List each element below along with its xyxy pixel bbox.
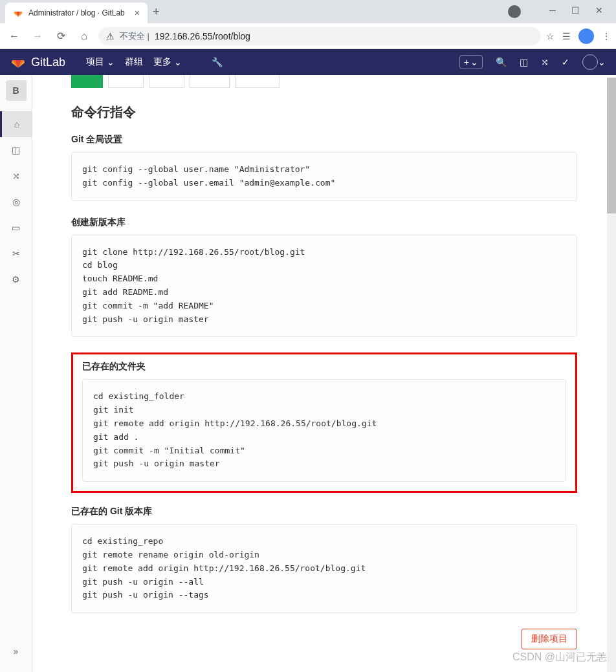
browser-chrome: Administrator / blog · GitLab × + ─ ☐ ✕ … bbox=[0, 0, 616, 49]
existing-repo-code: cd existing_repo git remote rename origi… bbox=[71, 524, 577, 613]
browser-tab[interactable]: Administrator / blog · GitLab × bbox=[5, 3, 148, 23]
code-text[interactable]: git clone http://192.168.26.55/root/blog… bbox=[82, 246, 566, 327]
insecure-icon: ⚠ bbox=[106, 31, 115, 41]
chevron-down-icon: ⌄ bbox=[174, 57, 182, 67]
address-bar: ← → ⟳ ⌂ ⚠ 不安全 | 192.168.26.55/root/blog … bbox=[0, 23, 616, 49]
chevron-down-icon: ⌄ bbox=[598, 57, 606, 67]
new-dropdown-button[interactable]: + ⌄ bbox=[459, 55, 483, 69]
chevron-down-icon: ⌄ bbox=[107, 57, 115, 67]
existing-folder-label: 已存在的文件夹 bbox=[82, 361, 566, 373]
nav-projects[interactable]: 项目 ⌄ bbox=[86, 56, 115, 68]
issues-icon[interactable]: ◫ bbox=[520, 57, 528, 67]
nav-groups[interactable]: 群组 bbox=[125, 56, 143, 68]
section-title: 命令行指令 bbox=[71, 103, 577, 121]
tab-title: Administrator / blog · GitLab bbox=[28, 8, 125, 17]
code-text[interactable]: cd existing_folder git init git remote a… bbox=[93, 390, 555, 471]
sidebar-wiki-icon[interactable]: ▭ bbox=[0, 215, 32, 241]
new-repo-label: 创建新版本库 bbox=[71, 217, 577, 228]
sidebar-settings-icon[interactable]: ⚙ bbox=[0, 266, 32, 292]
url-text: 192.168.26.55/root/blog bbox=[155, 31, 250, 41]
sidebar-repository-icon[interactable]: ◫ bbox=[0, 137, 32, 163]
main-content: 命令行指令 Git 全局设置 git config --global user.… bbox=[32, 75, 616, 672]
user-menu[interactable]: ⌄ bbox=[582, 54, 606, 70]
gitlab-brand-text: GitLab bbox=[31, 56, 65, 69]
back-button[interactable]: ← bbox=[5, 27, 23, 45]
profile-avatar-icon[interactable] bbox=[578, 28, 594, 44]
nav-admin-wrench-icon[interactable]: 🔧 bbox=[212, 56, 223, 68]
sidebar-merge-requests-icon[interactable]: ⤭ bbox=[0, 163, 32, 189]
scrollbar-track[interactable] bbox=[607, 78, 616, 672]
close-window-button[interactable]: ✕ bbox=[595, 5, 603, 18]
delete-project-button[interactable]: 删除项目 bbox=[522, 629, 577, 649]
gitlab-favicon-icon bbox=[13, 8, 23, 18]
tab-close-icon[interactable]: × bbox=[135, 8, 140, 18]
code-text[interactable]: git config --global user.name "Administr… bbox=[82, 163, 566, 190]
sidebar-snippets-icon[interactable]: ✂ bbox=[0, 241, 32, 266]
action-button-row bbox=[71, 75, 577, 88]
insecure-label: 不安全 | bbox=[120, 30, 149, 42]
search-icon[interactable]: 🔍 bbox=[496, 57, 507, 67]
user-avatar-icon bbox=[582, 54, 598, 70]
browser-menu-icon[interactable]: ⋮ bbox=[602, 31, 611, 41]
action-button-primary[interactable] bbox=[71, 75, 103, 88]
todos-icon[interactable]: ✓ bbox=[562, 57, 569, 67]
bookmark-star-icon[interactable]: ☆ bbox=[546, 31, 555, 41]
chevron-down-icon: ⌄ bbox=[470, 57, 478, 67]
new-repo-code: git clone http://192.168.26.55/root/blog… bbox=[71, 235, 577, 338]
existing-repo-label: 已存在的 Git 版本库 bbox=[71, 506, 577, 517]
sidebar-home-icon[interactable]: ⌂ bbox=[0, 111, 32, 137]
maximize-button[interactable]: ☐ bbox=[571, 5, 580, 18]
new-tab-button[interactable]: + bbox=[153, 5, 160, 19]
url-input[interactable]: ⚠ 不安全 | 192.168.26.55/root/blog bbox=[98, 27, 541, 45]
action-button[interactable] bbox=[108, 75, 144, 88]
sidebar-cicd-icon[interactable]: ◎ bbox=[0, 189, 32, 215]
incognito-icon bbox=[508, 5, 521, 18]
project-avatar[interactable]: B bbox=[6, 80, 27, 101]
action-button[interactable] bbox=[190, 75, 230, 88]
gitlab-logo[interactable]: GitLab bbox=[10, 54, 65, 70]
minimize-button[interactable]: ─ bbox=[549, 5, 556, 18]
sidebar-expand-icon[interactable]: » bbox=[0, 638, 32, 664]
project-sidebar: B ⌂ ◫ ⤭ ◎ ▭ ✂ ⚙ » bbox=[0, 75, 32, 672]
action-button[interactable] bbox=[149, 75, 184, 88]
global-settings-label: Git 全局设置 bbox=[71, 134, 577, 146]
nav-more[interactable]: 更多 ⌄ bbox=[153, 56, 182, 68]
existing-folder-code: cd existing_folder git init git remote a… bbox=[82, 379, 566, 482]
home-button[interactable]: ⌂ bbox=[75, 27, 93, 45]
global-settings-code: git config --global user.name "Administr… bbox=[71, 152, 577, 201]
gitlab-header: GitLab 项目 ⌄ 群组 更多 ⌄ 🔧 + ⌄ 🔍 ◫ ⤭ ✓ ⌄ bbox=[0, 49, 616, 75]
merge-requests-icon[interactable]: ⤭ bbox=[541, 57, 549, 67]
action-button[interactable] bbox=[235, 75, 280, 88]
reload-button[interactable]: ⟳ bbox=[52, 27, 70, 45]
window-controls: ─ ☐ ✕ bbox=[508, 5, 611, 18]
code-text[interactable]: cd existing_repo git remote rename origi… bbox=[82, 535, 566, 602]
forward-button[interactable]: → bbox=[28, 27, 47, 45]
reading-list-icon[interactable]: ☰ bbox=[562, 31, 571, 41]
tab-bar: Administrator / blog · GitLab × + ─ ☐ ✕ bbox=[0, 0, 616, 23]
scrollbar-thumb[interactable] bbox=[607, 78, 616, 213]
highlight-existing-folder: 已存在的文件夹 cd existing_folder git init git … bbox=[71, 352, 577, 493]
